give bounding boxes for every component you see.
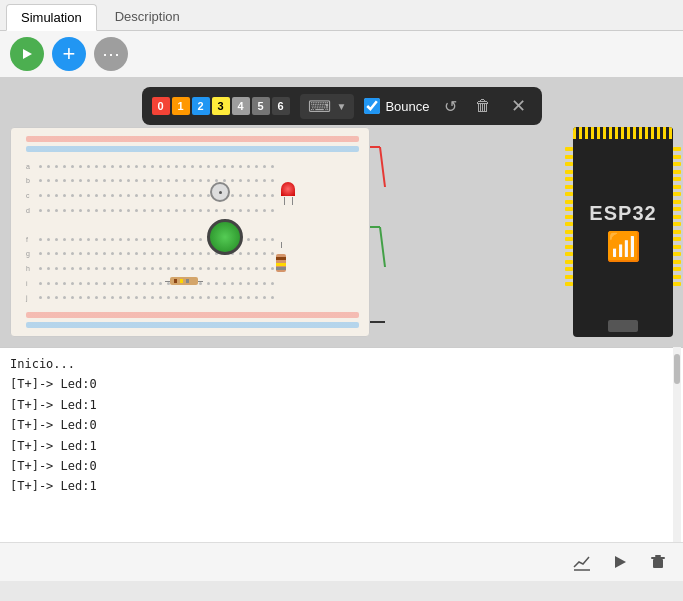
badge-4[interactable]: 4 [232,97,250,115]
list-item: [T+]-> Led:0 [10,456,673,476]
list-item: [T+]-> Led:1 [10,476,673,496]
console-wrapper: Inicio...[T+]-> Led:0[T+]-> Led:1[T+]-> … [0,347,683,542]
keyboard-select[interactable]: ⌨ ▼ [300,94,355,119]
esp32-chip: ESP32 📶 [573,127,673,337]
tab-simulation[interactable]: Simulation [6,4,97,31]
more-button[interactable]: ⋯ [94,37,128,71]
main-toolbar: + ⋯ [0,31,683,77]
push-button[interactable] [205,217,245,257]
breadboard: a b c [10,127,370,337]
esp32-stripe [573,127,673,139]
console-scrollthumb[interactable] [674,354,680,384]
svg-marker-0 [23,49,32,59]
svg-rect-12 [653,559,663,568]
refresh-button[interactable]: ↺ [440,95,461,118]
dropdown-arrow-icon: ▼ [337,101,347,112]
sim-delete-button[interactable]: 🗑 [471,95,495,117]
bounce-label: Bounce [385,99,429,114]
list-item: [T+]-> Led:1 [10,395,673,415]
tabs-bar: Simulation Description [0,0,683,31]
simulation-area: 0 1 2 3 4 5 6 ⌨ ▼ Bounce ↺ 🗑 ✕ [0,77,683,347]
list-item: [T+]-> Led:1 [10,436,673,456]
svg-marker-11 [615,556,626,568]
console-bar [0,542,683,581]
bounce-area: Bounce [364,98,429,114]
esp32-pins-left [565,147,573,286]
badge-1[interactable]: 1 [172,97,190,115]
bounce-checkbox[interactable] [364,98,380,114]
wifi-icon: 📶 [606,230,641,263]
list-item: [T+]-> Led:0 [10,374,673,394]
play-button[interactable] [10,37,44,71]
svg-line-4 [380,227,385,267]
console-scrollbar[interactable] [673,347,681,542]
led [280,182,296,206]
console-output: Inicio...[T+]-> Led:0[T+]-> Led:1[T+]-> … [0,347,683,542]
keyboard-icon: ⌨ [308,97,331,116]
resistor-1 [275,242,287,272]
potentiometer [210,182,230,202]
resistor-2 [165,277,205,287]
esp32-pins-right [673,147,681,286]
svg-line-2 [380,147,385,187]
badge-6[interactable]: 6 [272,97,290,115]
badge-3[interactable]: 3 [212,97,230,115]
list-item: [T+]-> Led:0 [10,415,673,435]
badge-0[interactable]: 0 [152,97,170,115]
add-button[interactable]: + [52,37,86,71]
console-play-button[interactable] [605,548,635,576]
badge-2[interactable]: 2 [192,97,210,115]
list-item: Inicio... [10,354,673,374]
svg-rect-13 [651,557,665,559]
num-badges: 0 1 2 3 4 5 6 [152,97,290,115]
esp32-usb [608,320,638,332]
close-button[interactable]: ✕ [505,93,532,119]
svg-rect-14 [655,555,661,557]
chart-button[interactable] [567,548,597,576]
esp32-label: ESP32 [589,202,656,225]
sim-toolbar: 0 1 2 3 4 5 6 ⌨ ▼ Bounce ↺ 🗑 ✕ [142,87,542,125]
badge-5[interactable]: 5 [252,97,270,115]
tab-description[interactable]: Description [101,4,194,30]
console-delete-button[interactable] [643,548,673,576]
breadboard-container: a b c [10,127,673,342]
